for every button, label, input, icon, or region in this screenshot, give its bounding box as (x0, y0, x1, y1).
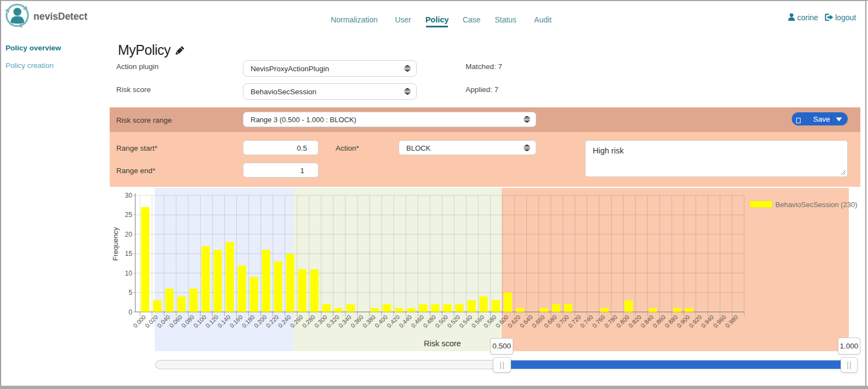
svg-text:0.400: 0.400 (373, 313, 389, 329)
svg-text:25: 25 (125, 211, 133, 219)
svg-text:0.220: 0.220 (265, 313, 280, 329)
svg-text:0.100: 0.100 (192, 313, 207, 329)
svg-text:5: 5 (128, 289, 132, 296)
svg-text:0.180: 0.180 (241, 313, 256, 329)
svg-text:0.000: 0.000 (132, 313, 147, 329)
svg-text:0.460: 0.460 (410, 313, 425, 329)
svg-text:0.820: 0.820 (627, 313, 643, 329)
svg-text:0.800: 0.800 (615, 313, 631, 329)
svg-text:0.780: 0.780 (603, 313, 619, 329)
svg-text:0.580: 0.580 (482, 313, 497, 329)
svg-text:0.200: 0.200 (253, 313, 268, 329)
svg-text:0.560: 0.560 (470, 313, 485, 329)
svg-text:0.600: 0.600 (494, 313, 509, 329)
svg-text:Frequency: Frequency (111, 227, 120, 261)
svg-text:0.060: 0.060 (168, 313, 183, 329)
svg-text:0.260: 0.260 (289, 313, 304, 329)
svg-text:0.140: 0.140 (216, 313, 231, 329)
svg-text:0.540: 0.540 (458, 313, 473, 329)
svg-text:0.640: 0.640 (518, 313, 534, 329)
svg-text:0.500: 0.500 (434, 313, 449, 329)
svg-text:0.080: 0.080 (180, 313, 195, 329)
svg-text:0.760: 0.760 (591, 313, 606, 329)
svg-text:0: 0 (128, 308, 132, 316)
svg-text:0.740: 0.740 (579, 313, 594, 329)
svg-text:30: 30 (125, 192, 133, 199)
svg-text:0.020: 0.020 (144, 313, 159, 329)
svg-text:0.720: 0.720 (567, 313, 582, 329)
svg-text:0.660: 0.660 (530, 313, 546, 329)
svg-text:0.360: 0.360 (349, 313, 365, 329)
svg-text:0.880: 0.880 (663, 313, 679, 329)
svg-text:0.620: 0.620 (506, 313, 521, 329)
svg-text:0.440: 0.440 (398, 313, 413, 329)
svg-text:0.900: 0.900 (676, 313, 691, 329)
svg-text:0.160: 0.160 (228, 313, 243, 329)
svg-text:0.040: 0.040 (156, 313, 171, 329)
svg-text:10: 10 (125, 270, 133, 277)
svg-text:BehavioSecSession (230): BehavioSecSession (230) (775, 201, 858, 209)
svg-text:0.860: 0.860 (651, 313, 667, 329)
svg-text:0.700: 0.700 (555, 313, 570, 329)
svg-text:0.380: 0.380 (361, 313, 377, 329)
svg-text:0.680: 0.680 (543, 313, 558, 329)
svg-text:15: 15 (125, 250, 133, 258)
svg-text:0.420: 0.420 (385, 313, 401, 329)
svg-text:Risk score: Risk score (424, 339, 461, 348)
svg-text:0.920: 0.920 (688, 313, 703, 329)
svg-text:0.240: 0.240 (277, 313, 292, 329)
svg-text:0.280: 0.280 (301, 313, 316, 329)
svg-text:0.980: 0.980 (724, 313, 739, 329)
svg-text:20: 20 (125, 231, 133, 238)
svg-text:0.960: 0.960 (712, 313, 727, 329)
svg-text:0.300: 0.300 (313, 313, 328, 329)
svg-text:0.340: 0.340 (337, 313, 353, 329)
svg-text:0.320: 0.320 (325, 313, 341, 329)
svg-text:0.520: 0.520 (446, 313, 461, 329)
svg-text:0.480: 0.480 (422, 313, 437, 329)
svg-text:0.840: 0.840 (639, 313, 655, 329)
svg-text:0.940: 0.940 (700, 313, 715, 329)
svg-text:0.120: 0.120 (204, 313, 219, 329)
